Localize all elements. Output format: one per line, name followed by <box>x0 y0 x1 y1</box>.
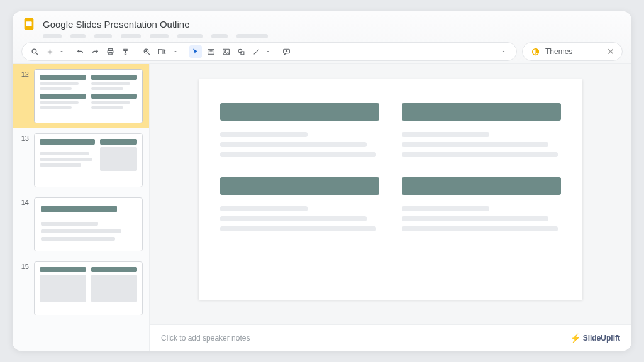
content-block[interactable] <box>402 103 561 157</box>
zoom-icon[interactable] <box>140 45 153 58</box>
canvas-area: Click to add speaker notes ⚡ SlideUplift <box>150 64 631 351</box>
svg-line-3 <box>36 53 38 55</box>
comment-icon[interactable] <box>280 45 292 58</box>
bolt-icon: ⚡ <box>570 333 580 343</box>
chevron-down-icon[interactable] <box>58 45 65 58</box>
redo-icon[interactable] <box>89 45 101 58</box>
slide-thumbnail-preview <box>34 197 143 251</box>
title-placeholder <box>402 103 561 121</box>
slide-number: 15 <box>18 261 29 315</box>
svg-rect-16 <box>223 49 229 55</box>
textbox-icon[interactable] <box>204 45 217 58</box>
speaker-notes[interactable]: Click to add speaker notes ⚡ SlideUplift <box>150 324 631 351</box>
themes-panel-header: Themes ✕ <box>522 42 623 61</box>
svg-line-20 <box>253 49 258 54</box>
brand-watermark: ⚡ SlideUplift <box>570 333 620 343</box>
slide-canvas[interactable] <box>199 79 582 300</box>
app-window: Google Slides Presentation Outline Fit <box>13 11 631 351</box>
body: 12 13 <box>13 64 631 351</box>
content-block[interactable] <box>220 177 379 231</box>
svg-rect-8 <box>108 52 111 54</box>
slide-number: 14 <box>18 197 29 251</box>
slide-thumbnail-preview <box>34 133 143 187</box>
slide-thumbnails-panel: 12 13 <box>13 64 150 351</box>
slide-thumbnail[interactable]: 15 <box>13 256 149 321</box>
content-block[interactable] <box>220 103 379 157</box>
content-block[interactable] <box>402 177 561 231</box>
paint-format-icon[interactable] <box>119 45 131 58</box>
document-title[interactable]: Google Slides Presentation Outline <box>43 19 189 30</box>
search-icon[interactable] <box>28 45 41 58</box>
themes-label: Themes <box>545 47 572 56</box>
shape-icon[interactable] <box>235 45 247 58</box>
slide-thumbnail[interactable]: 13 <box>13 128 149 192</box>
image-icon[interactable] <box>219 45 232 58</box>
new-slide-icon[interactable] <box>43 45 56 58</box>
print-icon[interactable] <box>104 45 116 58</box>
slide-thumbnail[interactable]: 14 <box>13 192 149 256</box>
speaker-notes-placeholder: Click to add speaker notes <box>161 334 250 343</box>
themes-icon <box>530 47 540 57</box>
title-placeholder <box>220 103 379 121</box>
select-tool-icon[interactable] <box>189 45 202 58</box>
slide-thumbnail-preview <box>34 261 143 315</box>
slide-thumbnail[interactable]: 12 <box>13 64 149 128</box>
title-placeholder <box>220 177 379 195</box>
toolbar: Fit <box>21 42 517 61</box>
undo-icon[interactable] <box>74 45 86 58</box>
header: Google Slides Presentation Outline Fit <box>13 11 631 64</box>
svg-rect-1 <box>26 21 31 26</box>
line-icon[interactable] <box>250 45 262 58</box>
svg-line-10 <box>148 53 150 55</box>
title-placeholder <box>402 177 561 195</box>
slides-logo-icon <box>21 16 36 31</box>
svg-point-2 <box>32 49 36 53</box>
collapse-toolbar-icon[interactable] <box>497 45 510 58</box>
chevron-down-icon[interactable] <box>265 45 271 58</box>
slide-thumbnail-preview <box>34 69 143 123</box>
close-icon[interactable]: ✕ <box>607 47 614 57</box>
svg-point-18 <box>238 49 242 52</box>
slide-number: 13 <box>18 133 29 187</box>
zoom-level[interactable]: Fit <box>155 48 180 55</box>
menu-bar[interactable] <box>43 34 623 38</box>
slide-number: 12 <box>18 69 29 123</box>
